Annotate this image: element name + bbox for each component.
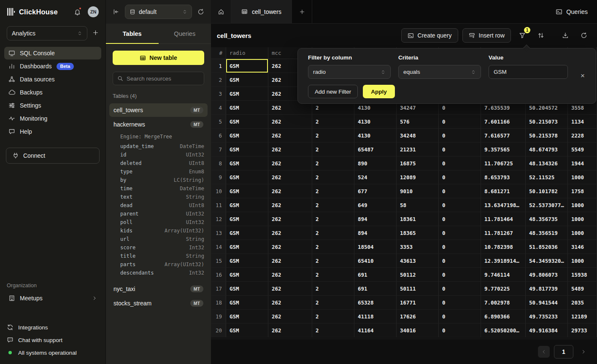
table-cell[interactable]: 0 <box>439 226 481 240</box>
filter-value-input[interactable] <box>489 65 568 79</box>
table-cell[interactable]: 1944 <box>568 156 597 170</box>
table-cell[interactable]: 0 <box>439 254 481 268</box>
filter-button[interactable]: 1 <box>515 28 529 43</box>
table-cell[interactable]: 41164 <box>354 324 397 337</box>
queries-button[interactable]: Queries <box>546 0 597 23</box>
table-cell[interactable]: GSM <box>226 184 268 198</box>
sort-button[interactable] <box>534 28 548 43</box>
table-cell[interactable]: 52.5373077… <box>526 198 568 212</box>
table-cell[interactable]: 34248 <box>397 129 439 143</box>
table-cell[interactable]: 7.601166 <box>481 115 526 129</box>
table-cell[interactable]: 43613 <box>397 254 439 268</box>
sidebar-item-dashboards[interactable]: DashboardsBeta <box>4 60 101 73</box>
table-cell[interactable]: 2 <box>312 226 354 240</box>
row-number[interactable]: 16 <box>211 268 226 282</box>
table-cell[interactable]: 894 <box>354 226 397 240</box>
table-cell[interactable]: GSM <box>226 212 268 226</box>
table-cell[interactable]: 16875 <box>397 156 439 170</box>
sidebar-footer-all-systems-operational[interactable]: All systems operational <box>0 346 105 359</box>
table-cell[interactable]: 48.356519 <box>526 226 568 240</box>
table-cell[interactable]: 0 <box>439 310 481 324</box>
table-cell[interactable]: GSM <box>226 324 268 337</box>
table-cell[interactable]: 2 <box>312 324 354 337</box>
row-number[interactable]: 10 <box>211 184 226 198</box>
row-number[interactable]: 5 <box>211 115 226 129</box>
table-cell[interactable]: 576 <box>397 115 439 129</box>
row-number[interactable]: 17 <box>211 282 226 296</box>
table-cell[interactable]: 0 <box>439 170 481 184</box>
table-cell[interactable]: 262 <box>268 254 312 268</box>
table-cell[interactable]: 8.653793 <box>481 170 526 184</box>
avatar[interactable]: ZN <box>88 6 99 17</box>
table-cell[interactable]: 2 <box>312 310 354 324</box>
table-item-nyc-taxi[interactable]: nyc_taxiMT <box>109 282 208 296</box>
table-cell[interactable]: 29733 <box>568 324 597 337</box>
table-cell[interactable]: 16771 <box>397 296 439 310</box>
table-cell[interactable]: 0 <box>439 268 481 282</box>
table-cell[interactable]: 0 <box>439 156 481 170</box>
table-cell[interactable]: 9.746114 <box>481 268 526 282</box>
table-cell[interactable]: 11.781464 <box>481 212 526 226</box>
table-cell[interactable]: 691 <box>354 268 397 282</box>
table-cell[interactable]: 2 <box>312 143 354 156</box>
table-cell[interactable]: 2035 <box>568 296 597 310</box>
next-page-button[interactable] <box>578 346 589 358</box>
refresh-data-button[interactable] <box>577 28 591 43</box>
table-cell[interactable]: GSM <box>226 170 268 184</box>
table-item-stocks-stream[interactable]: stocks_streamMT <box>109 297 208 310</box>
table-cell[interactable]: 0 <box>439 198 481 212</box>
table-cell[interactable]: 9010 <box>397 184 439 198</box>
table-cell[interactable]: 65487 <box>354 143 397 156</box>
table-cell[interactable]: 49.806073 <box>526 268 568 282</box>
table-cell[interactable]: 18361 <box>397 212 439 226</box>
table-cell[interactable]: 691 <box>354 282 397 296</box>
sidebar-item-meetups[interactable]: Meetups <box>4 292 101 305</box>
table-cell[interactable]: 54.3459320… <box>526 254 568 268</box>
table-cell[interactable]: 3353 <box>397 240 439 254</box>
table-cell[interactable]: GSM <box>226 268 268 282</box>
new-tab-button[interactable] <box>292 0 312 23</box>
table-cell[interactable]: 262 <box>268 212 312 226</box>
table-cell[interactable]: 2 <box>312 129 354 143</box>
table-cell[interactable]: 13.6347198… <box>481 198 526 212</box>
table-cell[interactable]: 5549 <box>568 143 597 156</box>
table-cell[interactable]: 2 <box>312 156 354 170</box>
table-cell[interactable]: 0 <box>439 115 481 129</box>
sidebar-footer-integrations[interactable]: Integrations <box>0 321 105 334</box>
table-cell[interactable]: 890 <box>354 156 397 170</box>
row-number[interactable]: 4 <box>211 101 226 115</box>
table-cell[interactable]: 18365 <box>397 226 439 240</box>
table-cell[interactable]: 15938 <box>568 268 597 282</box>
table-cell[interactable]: 50.215378 <box>526 129 568 143</box>
table-cell[interactable]: 2 <box>312 170 354 184</box>
database-select[interactable]: default <box>125 5 192 19</box>
table-cell[interactable]: 262 <box>268 226 312 240</box>
table-cell[interactable]: 2 <box>312 282 354 296</box>
table-cell[interactable]: 262 <box>268 296 312 310</box>
table-item-cell-towers[interactable]: cell_towersMT <box>109 103 208 117</box>
table-cell[interactable]: 34016 <box>397 324 439 337</box>
table-cell[interactable]: 48.356735 <box>526 212 568 226</box>
download-button[interactable] <box>558 28 573 43</box>
table-cell[interactable]: 11.781267 <box>481 226 526 240</box>
table-cell[interactable]: 2 <box>312 184 354 198</box>
table-cell[interactable]: GSM <box>226 254 268 268</box>
close-filter-button[interactable]: × <box>581 72 585 79</box>
table-cell[interactable]: 0 <box>439 282 481 296</box>
table-cell[interactable]: 262 <box>268 170 312 184</box>
create-query-button[interactable]: Create query <box>401 28 458 43</box>
refresh-tables-button[interactable] <box>196 7 205 16</box>
notifications-button[interactable] <box>73 8 81 16</box>
row-number[interactable]: 3 <box>211 87 226 101</box>
table-cell[interactable]: 9.770225 <box>481 282 526 296</box>
row-number[interactable]: 15 <box>211 254 226 268</box>
table-cell[interactable]: 50.941544 <box>526 296 568 310</box>
add-workspace-button[interactable] <box>92 30 99 38</box>
table-cell[interactable]: 894 <box>354 212 397 226</box>
table-cell[interactable]: GSM <box>226 282 268 296</box>
table-cell[interactable]: 262 <box>268 156 312 170</box>
table-cell[interactable]: 48.134326 <box>526 156 568 170</box>
workspace-select[interactable]: Analytics <box>7 26 87 40</box>
row-number[interactable]: 8 <box>211 156 226 170</box>
row-number[interactable]: 20 <box>211 324 226 337</box>
